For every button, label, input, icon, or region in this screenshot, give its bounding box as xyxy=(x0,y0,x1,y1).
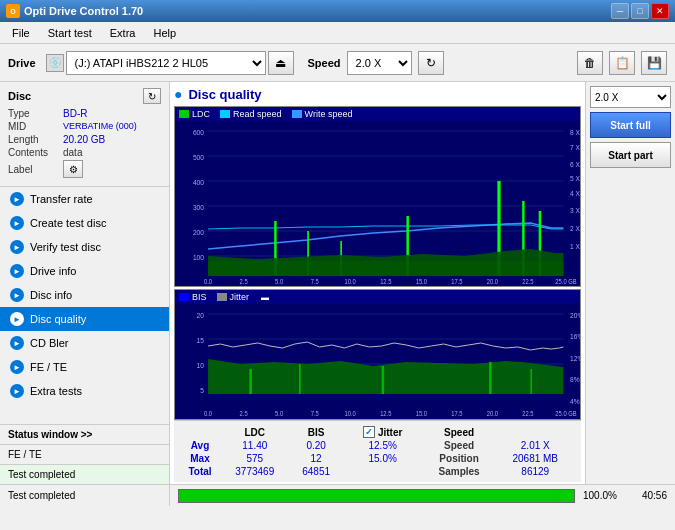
disc-quality-icon: ► xyxy=(10,312,24,326)
svg-text:10.0: 10.0 xyxy=(345,409,357,417)
sidebar-item-transfer-rate[interactable]: ► Transfer rate xyxy=(0,187,169,211)
sidebar-item-extra-tests[interactable]: ► Extra tests xyxy=(0,379,169,403)
save-button[interactable]: 💾 xyxy=(641,51,667,75)
sidebar-item-disc-info[interactable]: ► Disc info xyxy=(0,283,169,307)
sidebar-item-cd-bler[interactable]: ► CD Bler xyxy=(0,331,169,355)
top-chart: LDC Read speed Write speed xyxy=(174,106,581,287)
legend-ldc-color xyxy=(179,110,189,118)
menu-help[interactable]: Help xyxy=(145,25,184,41)
transfer-rate-icon: ► xyxy=(10,192,24,206)
disc-type-label: Type xyxy=(8,108,63,119)
total-speed-val: 86129 xyxy=(496,465,575,478)
maximize-button[interactable]: □ xyxy=(631,3,649,19)
drive-selector[interactable]: (J:) ATAPI iHBS212 2 HL05 xyxy=(66,51,266,75)
menu-start-test[interactable]: Start test xyxy=(40,25,100,41)
legend-bis: BIS xyxy=(179,292,207,302)
max-label: Max xyxy=(180,452,220,465)
disc-info-label: Disc info xyxy=(30,289,72,301)
svg-text:20%: 20% xyxy=(570,310,580,320)
stats-row-avg: Avg 11.40 0.20 12.5% Speed 2.01 X xyxy=(180,439,575,452)
close-button[interactable]: ✕ xyxy=(651,3,669,19)
svg-text:15: 15 xyxy=(197,335,204,345)
disc-contents-label: Contents xyxy=(8,147,63,158)
svg-text:0.0: 0.0 xyxy=(204,409,212,417)
svg-text:500: 500 xyxy=(193,152,204,162)
svg-rect-59 xyxy=(489,362,491,394)
max-speed-label: Position xyxy=(423,452,496,465)
legend-write-speed: Write speed xyxy=(292,109,353,119)
transfer-rate-label: Transfer rate xyxy=(30,193,93,205)
disc-panel-title: Disc xyxy=(8,90,31,102)
jitter-checkbox-label: Jitter xyxy=(378,427,402,438)
disc-contents-value: data xyxy=(63,147,82,158)
svg-text:17.5: 17.5 xyxy=(451,277,463,285)
app-icon: O xyxy=(6,4,20,18)
cd-bler-icon: ► xyxy=(10,336,24,350)
content-header: ● Disc quality xyxy=(174,86,581,102)
svg-text:22.5: 22.5 xyxy=(522,277,534,285)
legend-read-label: Read speed xyxy=(233,109,282,119)
bottom-progress-section: 100.0% 40:56 xyxy=(170,489,675,503)
bottom-bar: Test completed 100.0% 40:56 xyxy=(0,484,675,506)
speed-selector[interactable]: 2.0 X 4.0 X 6.0 X 8.0 X xyxy=(347,51,412,75)
top-chart-legend: LDC Read speed Write speed xyxy=(175,107,580,121)
sidebar: Disc ↻ Type BD-R MID VERBATIMe (000) Len… xyxy=(0,82,170,484)
svg-text:25.0 GB: 25.0 GB xyxy=(555,409,576,417)
sidebar-item-create-test-disc[interactable]: ► Create test disc xyxy=(0,211,169,235)
disc-mid-value: VERBATIMe (000) xyxy=(63,121,137,132)
start-full-button[interactable]: Start full xyxy=(590,112,671,138)
svg-text:3 X: 3 X xyxy=(570,205,580,215)
stats-header-speed: Speed xyxy=(423,425,496,439)
app-title: Opti Drive Control 1.70 xyxy=(24,5,143,17)
legend-jitter-label: Jitter xyxy=(230,292,250,302)
copy-button[interactable]: 📋 xyxy=(609,51,635,75)
fe-te-status: FE / TE xyxy=(0,445,169,465)
bottom-chart: BIS Jitter ▬ 20 15 10 5 xyxy=(174,289,581,420)
disc-refresh-button[interactable]: ↻ xyxy=(143,88,161,104)
status-window-button[interactable]: Status window >> xyxy=(0,425,169,445)
svg-text:7.5: 7.5 xyxy=(311,409,319,417)
title-bar: O Opti Drive Control 1.70 ─ □ ✕ xyxy=(0,0,675,22)
content-title: Disc quality xyxy=(188,87,261,102)
svg-text:22.5: 22.5 xyxy=(522,409,534,417)
menu-extra[interactable]: Extra xyxy=(102,25,144,41)
minimize-button[interactable]: ─ xyxy=(611,3,629,19)
svg-text:400: 400 xyxy=(193,177,204,187)
disc-quality-label: Disc quality xyxy=(30,313,86,325)
legend-write-color xyxy=(292,110,302,118)
svg-text:10: 10 xyxy=(197,360,204,370)
svg-text:4%: 4% xyxy=(570,396,580,406)
eject-button[interactable]: ⏏ xyxy=(268,51,294,75)
total-speed-label: Samples xyxy=(423,465,496,478)
right-speed-selector[interactable]: 2.0 X 4.0 X xyxy=(590,86,671,108)
sidebar-item-drive-info[interactable]: ► Drive info xyxy=(0,259,169,283)
svg-text:5.0: 5.0 xyxy=(275,277,283,285)
total-ldc: 3773469 xyxy=(220,465,290,478)
stats-row-total: Total 3773469 64851 Samples 86129 xyxy=(180,465,575,478)
svg-rect-58 xyxy=(382,366,384,394)
svg-text:20: 20 xyxy=(197,310,204,320)
svg-text:4 X: 4 X xyxy=(570,188,580,198)
disc-length-label: Length xyxy=(8,134,63,145)
start-part-button[interactable]: Start part xyxy=(590,142,671,168)
sidebar-item-verify-test-disc[interactable]: ► Verify test disc xyxy=(0,235,169,259)
svg-rect-57 xyxy=(299,364,301,394)
disc-label-label: Label xyxy=(8,164,63,175)
refresh-button[interactable]: ↻ xyxy=(418,51,444,75)
sidebar-bottom: Status window >> FE / TE Test completed xyxy=(0,424,169,484)
sidebar-item-fe-te[interactable]: ► FE / TE xyxy=(0,355,169,379)
svg-text:12.5: 12.5 xyxy=(380,277,392,285)
legend-read-color xyxy=(220,110,230,118)
drive-label: Drive xyxy=(8,57,36,69)
menu-file[interactable]: File xyxy=(4,25,38,41)
svg-rect-56 xyxy=(249,369,251,394)
svg-text:17.5: 17.5 xyxy=(451,409,463,417)
disc-label-button[interactable]: ⚙ xyxy=(63,160,83,178)
total-bis: 64851 xyxy=(290,465,343,478)
jitter-checkbox[interactable]: ✓ xyxy=(363,426,375,438)
extra-tests-icon: ► xyxy=(10,384,24,398)
erase-button[interactable]: 🗑 xyxy=(577,51,603,75)
total-label: Total xyxy=(180,465,220,478)
stats-area: LDC BIS ✓ Jitter Speed xyxy=(174,420,581,482)
sidebar-item-disc-quality[interactable]: ► Disc quality xyxy=(0,307,169,331)
